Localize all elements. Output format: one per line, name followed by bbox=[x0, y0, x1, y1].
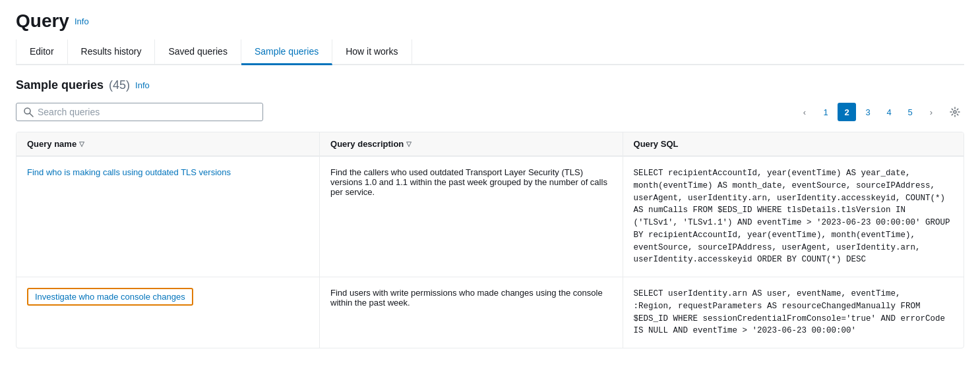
sort-icon-query-name: ▽ bbox=[79, 140, 84, 148]
search-icon bbox=[23, 107, 34, 117]
section-info-link[interactable]: Info bbox=[135, 80, 150, 90]
table-row: Find who is making calls using outdated … bbox=[16, 156, 964, 277]
pagination-page-2[interactable]: 2 bbox=[838, 103, 856, 121]
table-row: Investigate who made console changesFind… bbox=[16, 277, 964, 348]
pagination-page-5[interactable]: 5 bbox=[901, 103, 919, 121]
pagination: ‹ 12345› bbox=[795, 103, 964, 121]
table-settings-btn[interactable] bbox=[946, 103, 964, 121]
table-header-row: Query name ▽ Query description ▽ Query S… bbox=[16, 132, 964, 156]
query-description-1: Find users with write permissions who ma… bbox=[320, 277, 623, 348]
col-header-query-desc: Query description ▽ bbox=[320, 132, 623, 156]
col-header-query-name: Query name ▽ bbox=[16, 132, 320, 156]
query-sql-1: SELECT userIdentity.arn AS user, eventNa… bbox=[623, 277, 964, 348]
pagination-prev-btn[interactable]: ‹ bbox=[795, 103, 814, 121]
pagination-next-btn[interactable]: › bbox=[922, 103, 940, 121]
search-input[interactable] bbox=[38, 107, 256, 117]
pagination-page-3[interactable]: 3 bbox=[859, 103, 877, 121]
sort-icon-query-desc: ▽ bbox=[406, 140, 412, 148]
page-title: Query bbox=[16, 11, 69, 32]
col-header-query-sql: Query SQL bbox=[623, 132, 964, 156]
query-name-link-1[interactable]: Investigate who made console changes bbox=[27, 288, 193, 306]
tab-results-history[interactable]: Results history bbox=[68, 40, 156, 65]
query-description-0: Find the callers who used outdated Trans… bbox=[320, 156, 623, 277]
queries-table-container: Query name ▽ Query description ▽ Query S… bbox=[16, 132, 964, 348]
pagination-page-4[interactable]: 4 bbox=[880, 103, 898, 121]
tab-editor[interactable]: Editor bbox=[16, 40, 68, 65]
svg-point-2 bbox=[954, 111, 956, 113]
query-name-link-0[interactable]: Find who is making calls using outdated … bbox=[27, 167, 231, 177]
tab-how-it-works[interactable]: How it works bbox=[332, 40, 412, 65]
section-title: Sample queries bbox=[16, 78, 104, 92]
section-count: (45) bbox=[109, 78, 130, 92]
pagination-page-1[interactable]: 1 bbox=[816, 103, 835, 121]
query-sql-0: SELECT recipientAccountId, year(eventTim… bbox=[623, 156, 964, 277]
tabs-bar: EditorResults historySaved queriesSample… bbox=[16, 40, 964, 65]
search-box bbox=[16, 103, 263, 121]
tab-sample-queries[interactable]: Sample queries bbox=[241, 40, 332, 65]
queries-table: Query name ▽ Query description ▽ Query S… bbox=[16, 132, 964, 348]
tab-saved-queries[interactable]: Saved queries bbox=[155, 40, 241, 65]
svg-line-1 bbox=[30, 113, 33, 117]
page-info-link[interactable]: Info bbox=[75, 16, 89, 26]
